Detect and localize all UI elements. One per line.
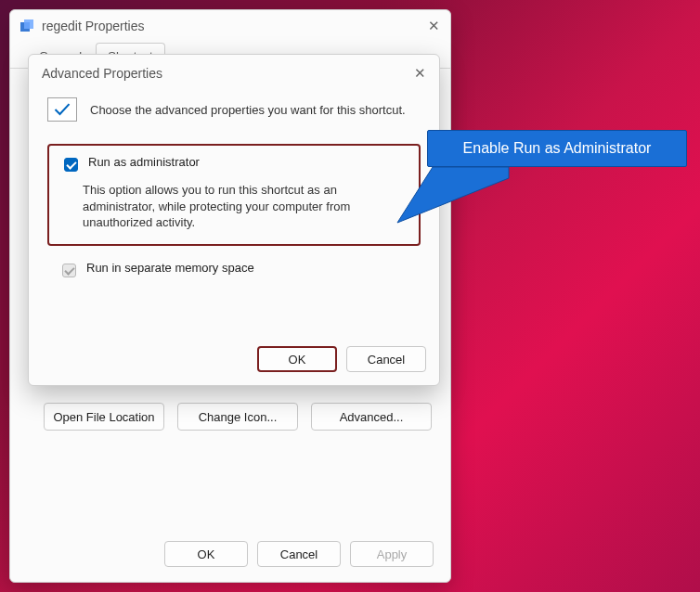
open-file-location-button[interactable]: Open File Location bbox=[44, 403, 164, 431]
advanced-body: Choose the advanced properties you want … bbox=[29, 92, 439, 280]
callout-text: Enable Run as Administrator bbox=[463, 140, 652, 157]
advanced-intro-row: Choose the advanced properties you want … bbox=[47, 97, 421, 122]
run-as-admin-highlight: Run as administrator This option allows … bbox=[47, 144, 421, 246]
advanced-titlebar: Advanced Properties ✕ bbox=[29, 55, 439, 92]
run-as-admin-label: Run as administrator bbox=[88, 155, 200, 169]
properties-title: regedit Properties bbox=[42, 19, 426, 33]
annotation-callout: Enable Run as Administrator bbox=[427, 130, 687, 167]
cancel-button[interactable]: Cancel bbox=[257, 541, 341, 567]
advanced-dialog-buttons: OK Cancel bbox=[257, 346, 426, 372]
run-as-admin-description: This option allows you to run this short… bbox=[83, 182, 404, 231]
close-icon[interactable]: ✕ bbox=[426, 18, 441, 34]
properties-titlebar: regedit Properties ✕ bbox=[10, 10, 450, 42]
advanced-properties-dialog: Advanced Properties ✕ Choose the advance… bbox=[28, 54, 440, 386]
change-icon-button[interactable]: Change Icon... bbox=[177, 403, 298, 431]
separate-memory-label: Run in separate memory space bbox=[86, 261, 254, 275]
separate-memory-checkbox bbox=[62, 264, 76, 277]
ok-button[interactable]: OK bbox=[164, 541, 248, 567]
apply-button[interactable]: Apply bbox=[350, 541, 434, 567]
ok-button[interactable]: OK bbox=[257, 346, 337, 372]
close-icon[interactable]: ✕ bbox=[414, 65, 426, 82]
advanced-button[interactable]: Advanced... bbox=[311, 403, 432, 431]
shortcut-icon bbox=[19, 19, 34, 33]
shortcut-action-row: Open File Location Change Icon... Advanc… bbox=[44, 403, 432, 431]
run-as-admin-checkbox[interactable] bbox=[64, 158, 78, 172]
checkmark-icon bbox=[47, 97, 77, 122]
cancel-button[interactable]: Cancel bbox=[346, 346, 426, 372]
advanced-intro-text: Choose the advanced properties you want … bbox=[90, 103, 406, 117]
properties-bottom-buttons: OK Cancel Apply bbox=[164, 541, 434, 567]
svg-rect-1 bbox=[24, 19, 33, 29]
advanced-title: Advanced Properties bbox=[42, 66, 414, 81]
